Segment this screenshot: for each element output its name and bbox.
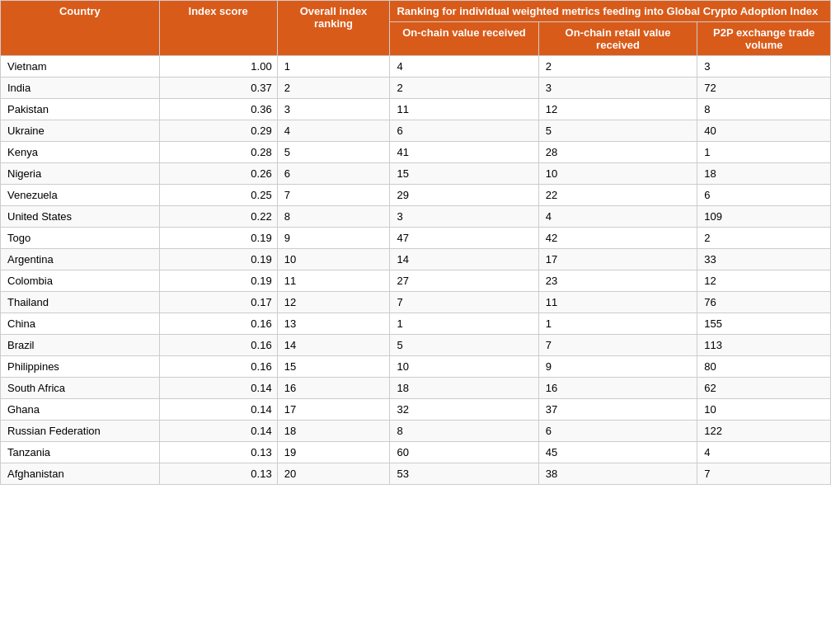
cell-p2p-volume: 33 [697,249,831,270]
table-row: Thailand0.171271176 [1,292,831,313]
cell-country: Tanzania [1,442,160,463]
cell-index-score: 0.13 [159,442,277,463]
cell-country: Venezuela [1,185,160,206]
cell-onchain-value: 53 [390,463,538,485]
cell-country: Philippines [1,356,160,378]
cell-index-score: 0.22 [159,206,277,228]
col-header-p2p: P2P exchange trade volume [697,22,831,56]
cell-p2p-volume: 7 [697,463,831,485]
cell-country: Ghana [1,399,160,421]
cell-onchain-retail: 10 [538,163,697,185]
cell-onchain-retail: 1 [538,313,697,335]
cell-onchain-retail: 42 [538,228,697,249]
cell-onchain-retail: 6 [538,421,697,442]
cell-index-score: 0.16 [159,313,277,335]
cell-p2p-volume: 76 [697,292,831,313]
cell-onchain-retail: 38 [538,463,697,485]
col-header-index: Index score [159,1,277,56]
cell-onchain-value: 11 [390,99,538,120]
cell-country: Pakistan [1,99,160,120]
cell-index-score: 0.25 [159,185,277,206]
cell-overall-ranking: 7 [277,185,390,206]
cell-country: Kenya [1,142,160,163]
table-row: Venezuela0.25729226 [1,185,831,206]
table-row: Afghanistan0.132053387 [1,463,831,485]
cell-p2p-volume: 1 [697,142,831,163]
cell-onchain-value: 3 [390,206,538,228]
cell-onchain-value: 1 [390,313,538,335]
cell-p2p-volume: 72 [697,78,831,99]
col-header-onchain-retail: On-chain retail value received [538,22,697,56]
cell-onchain-value: 2 [390,78,538,99]
cell-onchain-value: 41 [390,142,538,163]
cell-overall-ranking: 4 [277,120,390,142]
table-row: Ghana0.1417323710 [1,399,831,421]
table-row: India0.3722372 [1,78,831,99]
cell-country: Ukraine [1,120,160,142]
cell-index-score: 0.19 [159,249,277,270]
table-row: United States0.22834109 [1,206,831,228]
cell-index-score: 0.26 [159,163,277,185]
cell-country: Colombia [1,270,160,292]
table-row: Argentina0.1910141733 [1,249,831,270]
cell-onchain-value: 18 [390,378,538,399]
cell-overall-ranking: 17 [277,399,390,421]
cell-onchain-value: 32 [390,399,538,421]
cell-country: Afghanistan [1,463,160,485]
cell-index-score: 0.19 [159,270,277,292]
cell-onchain-retail: 3 [538,78,697,99]
cell-p2p-volume: 3 [697,56,831,78]
cell-overall-ranking: 15 [277,356,390,378]
cell-onchain-value: 7 [390,292,538,313]
cell-p2p-volume: 12 [697,270,831,292]
table-row: Togo0.19947422 [1,228,831,249]
cell-onchain-retail: 45 [538,442,697,463]
cell-country: Argentina [1,249,160,270]
cell-index-score: 0.28 [159,142,277,163]
cell-index-score: 0.17 [159,292,277,313]
cell-overall-ranking: 16 [277,378,390,399]
table-row: South Africa0.1416181662 [1,378,831,399]
cell-onchain-retail: 5 [538,120,697,142]
cell-country: Thailand [1,292,160,313]
col-header-ranking-group: Ranking for individual weighted metrics … [390,1,831,22]
cell-onchain-retail: 37 [538,399,697,421]
cell-onchain-retail: 4 [538,206,697,228]
cell-country: Brazil [1,335,160,356]
cell-onchain-value: 5 [390,335,538,356]
table-row: Ukraine0.2946540 [1,120,831,142]
cell-onchain-retail: 9 [538,356,697,378]
cell-overall-ranking: 9 [277,228,390,249]
cell-p2p-volume: 4 [697,442,831,463]
cell-country: Vietnam [1,56,160,78]
cell-onchain-value: 8 [390,421,538,442]
cell-p2p-volume: 8 [697,99,831,120]
cell-index-score: 0.19 [159,228,277,249]
cell-p2p-volume: 18 [697,163,831,185]
cell-onchain-value: 4 [390,56,538,78]
cell-overall-ranking: 12 [277,292,390,313]
cell-overall-ranking: 5 [277,142,390,163]
cell-country: Togo [1,228,160,249]
cell-index-score: 0.37 [159,78,277,99]
table-row: Philippines0.161510980 [1,356,831,378]
cell-onchain-value: 60 [390,442,538,463]
cell-country: China [1,313,160,335]
cell-p2p-volume: 10 [697,399,831,421]
cell-p2p-volume: 6 [697,185,831,206]
table-row: Pakistan0.36311128 [1,99,831,120]
cell-onchain-value: 15 [390,163,538,185]
cell-onchain-value: 47 [390,228,538,249]
table-row: Colombia0.1911272312 [1,270,831,292]
cell-index-score: 1.00 [159,56,277,78]
cell-p2p-volume: 80 [697,356,831,378]
cell-onchain-value: 27 [390,270,538,292]
cell-index-score: 0.13 [159,463,277,485]
cell-p2p-volume: 62 [697,378,831,399]
cell-p2p-volume: 2 [697,228,831,249]
cell-overall-ranking: 18 [277,421,390,442]
cell-overall-ranking: 8 [277,206,390,228]
table-row: Tanzania0.131960454 [1,442,831,463]
table-row: Brazil0.161457113 [1,335,831,356]
cell-overall-ranking: 13 [277,313,390,335]
